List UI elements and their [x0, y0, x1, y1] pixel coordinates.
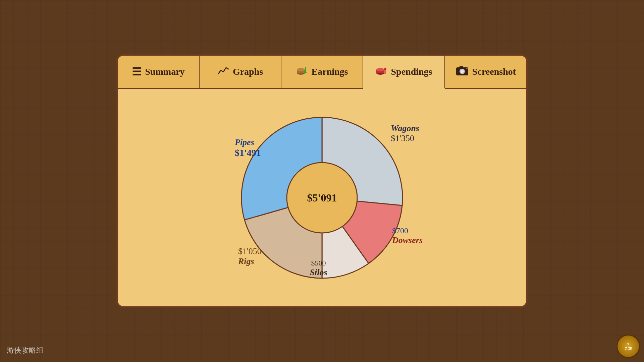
- svg-point-2: [297, 68, 305, 71]
- svg-rect-13: [460, 66, 463, 68]
- svg-point-12: [461, 70, 464, 73]
- tab-screenshot[interactable]: Screenshot: [445, 56, 526, 88]
- tab-spendings-label: Spendings: [391, 66, 432, 77]
- wagons-name: Wagons: [391, 123, 419, 133]
- tab-summary-label: Summary: [145, 66, 184, 77]
- tab-earnings-label: Earnings: [312, 66, 348, 77]
- summary-icon: ☰: [132, 65, 142, 78]
- label-rigs: $1'050 Rigs: [238, 246, 262, 266]
- earnings-icon: [296, 64, 308, 80]
- svg-marker-8: [384, 67, 386, 70]
- tab-bar: ☰ Summary Graphs: [118, 56, 526, 89]
- silos-name: Silos: [310, 267, 327, 278]
- svg-point-7: [376, 68, 384, 71]
- spendings-icon: [376, 64, 388, 80]
- label-dowsers: $700 Dowsers: [392, 226, 423, 245]
- tab-graphs-label: Graphs: [233, 66, 263, 77]
- tab-screenshot-label: Screenshot: [472, 66, 516, 77]
- chart-center-value: $5'091: [307, 192, 337, 204]
- silos-value: $500: [310, 259, 327, 267]
- wagons-value: $1'350: [391, 133, 419, 143]
- main-panel: ☰ Summary Graphs: [116, 54, 528, 308]
- svg-point-14: [466, 68, 468, 69]
- content-area: $5'091 Pipes $1'491 Wagons $1'350 $700 D…: [118, 89, 526, 306]
- graphs-icon: [217, 64, 229, 79]
- label-wagons: Wagons $1'350: [391, 123, 419, 143]
- tab-earnings[interactable]: Earnings: [281, 56, 363, 88]
- chart-container: $5'091 Pipes $1'491 Wagons $1'350 $700 D…: [228, 104, 416, 292]
- tab-spendings[interactable]: Spendings: [363, 56, 445, 89]
- tab-graphs[interactable]: Graphs: [200, 56, 281, 88]
- rigs-value: $1'050: [238, 246, 262, 256]
- logo-text: 9 九游: [625, 342, 632, 351]
- pipes-name: Pipes: [235, 137, 261, 147]
- rigs-name: Rigs: [238, 256, 262, 266]
- screenshot-icon: [455, 65, 469, 79]
- tab-summary[interactable]: ☰ Summary: [118, 56, 200, 88]
- label-silos: $500 Silos: [310, 259, 327, 278]
- logo-badge: 9 九游: [616, 335, 640, 358]
- dowsers-name: Dowsers: [392, 235, 423, 245]
- watermark: 游侠攻略组: [7, 345, 44, 355]
- pipes-value: $1'491: [235, 147, 261, 158]
- dowsers-value: $700: [392, 226, 423, 235]
- label-pipes: Pipes $1'491: [235, 137, 261, 158]
